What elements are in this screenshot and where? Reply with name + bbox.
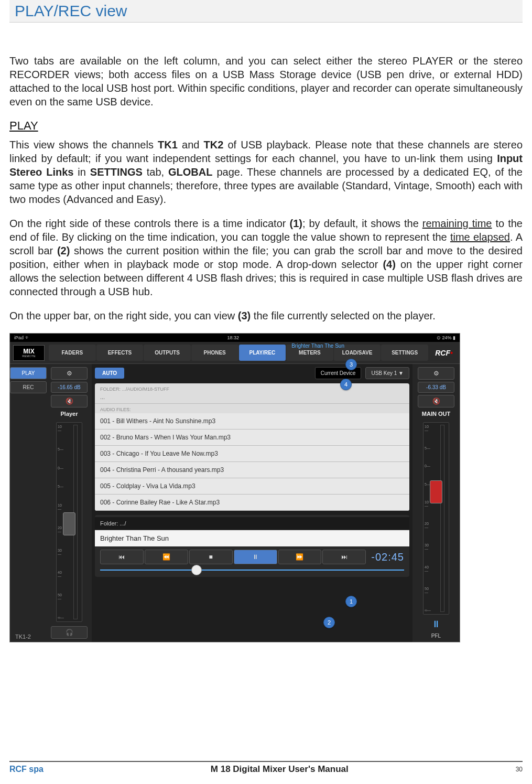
tk-channel-label: TK1-2 [15, 633, 31, 640]
pfl-label: PFL [431, 633, 441, 639]
stop-button[interactable]: ■ [189, 550, 233, 564]
play-para-1: This view shows the channels TK1 and TK2… [9, 138, 523, 206]
player-settings-icon[interactable]: ⚙ [51, 367, 88, 380]
play-heading: PLAY [9, 119, 523, 133]
play-tab[interactable]: PLAY [10, 367, 47, 379]
main-fader-knob[interactable] [430, 480, 442, 503]
ipad-label: iPad ᯤ [14, 335, 30, 340]
play-para-2: On the right side of these controls ther… [9, 217, 523, 298]
file-row[interactable]: 006 - Corinne Bailey Rae - Like A Star.m… [95, 495, 409, 511]
text-tk1: TK1 [158, 139, 178, 151]
text-global: GLOBAL [168, 166, 212, 178]
text: tab, [143, 166, 168, 178]
main-out-col: ⚙ -6.33 dB 🔇 MAIN OUT 10—5—0—5—10—20—30—… [412, 364, 460, 642]
player-db-value[interactable]: -16.65 dB [51, 382, 88, 393]
transport-panel: Folder: .../ Brighter Than The Sun ⏮ ⏪ ■… [95, 515, 409, 577]
tab-playrec[interactable]: PLAY/REC [239, 345, 286, 361]
nav-tabs: FADERS EFFECTS OUTPUTS PHONES PLAY/REC M… [49, 345, 428, 361]
callout-3: 3 [345, 359, 357, 370]
progress-knob[interactable] [191, 565, 202, 575]
player-fader-knob[interactable] [63, 512, 75, 535]
folder-header: FOLDER: .../AUDIO/M18-STUFF [95, 383, 409, 393]
main-mute-icon[interactable]: 🔇 [418, 395, 454, 407]
rcf-logo: RCF• [428, 349, 460, 357]
rec-tab[interactable]: REC [10, 381, 47, 393]
text-time-elapsed: time elapsed [450, 231, 510, 243]
logo-main: MIX [23, 348, 34, 355]
tab-outputs[interactable]: OUTPUTS [144, 345, 191, 361]
intro-paragraph: Two tabs are available on the left colum… [9, 54, 523, 109]
tab-settings[interactable]: SETTINGS [381, 345, 428, 361]
logo-sub: REMOTE [22, 355, 36, 358]
tab-phones[interactable]: PHONES [191, 345, 238, 361]
headphones-icon[interactable]: 🎧 [51, 626, 88, 639]
prev-track-button[interactable]: ⏮ [100, 550, 144, 564]
main-fader[interactable]: 10—5—0—5—10—20—30—40—50—∞— [423, 422, 449, 615]
text: and [178, 139, 204, 151]
section-title: PLAY/REC view [9, 0, 523, 23]
text: ; by default, it shows the [302, 218, 422, 229]
text: the file currently selected on the playe… [251, 310, 435, 321]
text: On the right side of these controls ther… [9, 218, 289, 229]
folder-up[interactable]: ... [95, 393, 409, 404]
files-header: AUDIO FILES: [95, 404, 409, 413]
file-panel: FOLDER: .../AUDIO/M18-STUFF ... AUDIO FI… [95, 383, 409, 511]
main-settings-icon[interactable]: ⚙ [418, 367, 454, 380]
callout-2: 2 [323, 617, 335, 628]
callout-ref-2: (2) [57, 245, 70, 256]
footer-company: RCF spa [9, 765, 44, 774]
play-para-3: On the upper bar, on the right side, you… [9, 309, 523, 323]
footer-title: M 18 Digital Mixer User's Manual [211, 764, 349, 775]
callout-1: 1 [345, 596, 357, 607]
app-screenshot: iPad ᯤ 18:32 ⊙ 24% ▮ Brighter Than The S… [9, 333, 460, 642]
next-track-button[interactable]: ⏭ [322, 550, 366, 564]
callout-ref-3: (3) [238, 310, 251, 321]
text-remaining-time: remaining time [422, 218, 492, 229]
player-mute-icon[interactable]: 🔇 [51, 395, 88, 407]
pause-indicator-icon: ⏸ [431, 619, 441, 630]
callout-ref-4: (4) [383, 259, 395, 270]
callout-4: 4 [340, 379, 352, 390]
current-file-row: Brighter Than The Sun [95, 530, 409, 546]
auto-button[interactable]: AUTO [95, 368, 124, 379]
text: On the upper bar, on the right side, you… [9, 310, 238, 321]
ipad-time: 18:32 [227, 335, 239, 340]
left-tabs-col: PLAY REC [10, 364, 47, 642]
tab-effects[interactable]: EFFECTS [96, 345, 144, 361]
file-row[interactable]: 004 - Christina Perri - A thousand years… [95, 462, 409, 478]
file-browser-col: AUTO Current Device USB Key 1 ▼ FOLDER: … [92, 364, 412, 642]
text-tk2: TK2 [204, 139, 224, 151]
usb-device-selector[interactable]: USB Key 1 ▼ [365, 367, 409, 379]
footer-page-number: 30 [516, 766, 523, 773]
file-row[interactable]: 001 - Bill Withers - Aint No Sunshine.mp… [95, 413, 409, 429]
tab-faders[interactable]: FADERS [49, 345, 96, 361]
text-settings: SETTINGS [90, 166, 143, 178]
rewind-button[interactable]: ⏪ [145, 550, 188, 564]
file-row[interactable]: 005 - Coldplay - Viva La Vida.mp3 [95, 478, 409, 495]
page-footer: RCF spa M 18 Digital Mixer User's Manual… [9, 761, 523, 775]
text: in [73, 166, 90, 178]
callout-ref-1: (1) [289, 218, 302, 229]
player-fader[interactable]: 10—5—0—5—10—20—30—40—50—∞— [56, 422, 82, 622]
time-indicator[interactable]: -02:45 [371, 551, 404, 563]
app-logo: MIX REMOTE [13, 345, 45, 361]
forward-button[interactable]: ⏩ [278, 550, 322, 564]
main-db-value[interactable]: -6.33 dB [418, 382, 454, 393]
file-row[interactable]: 003 - Chicago - If You Leave Me Now.mp3 [95, 446, 409, 462]
header-current-song: Brighter Than The Sun [291, 343, 344, 349]
file-row[interactable]: 002 - Bruno Mars - When I Was Your Man.m… [95, 429, 409, 446]
progress-track[interactable] [100, 570, 404, 571]
current-folder-row: Folder: .../ [95, 517, 409, 530]
main-out-label: MAIN OUT [422, 411, 450, 417]
player-channel-col: ⚙ -16.65 dB 🔇 Player 10—5—0—5—10—20—30—4… [47, 364, 92, 642]
ipad-status-bar: iPad ᯤ 18:32 ⊙ 24% ▮ [10, 334, 460, 342]
pause-button[interactable]: ⏸ [234, 550, 277, 564]
ipad-battery: ⊙ 24% ▮ [437, 335, 455, 340]
player-label: Player [60, 411, 78, 417]
app-header: MIX REMOTE FADERS EFFECTS OUTPUTS PHONES… [10, 342, 460, 364]
text: This view shows the channels [9, 139, 158, 151]
